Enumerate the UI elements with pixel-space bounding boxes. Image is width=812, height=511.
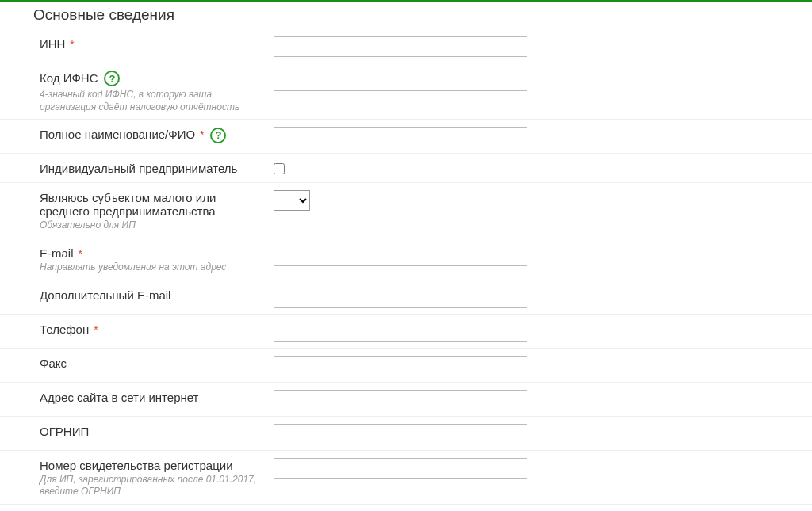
certnum-input[interactable] bbox=[274, 458, 527, 479]
help-icon[interactable]: ? bbox=[104, 71, 120, 86]
email-label: E-mail bbox=[40, 246, 74, 260]
field-row-email2: Дополнительный E-mail bbox=[0, 280, 812, 315]
sme-select[interactable] bbox=[274, 190, 310, 211]
fax-input[interactable] bbox=[274, 356, 527, 376]
field-row-email: E-mail * Направлять уведомления на этот … bbox=[0, 238, 812, 280]
help-icon[interactable]: ? bbox=[210, 128, 226, 143]
field-row-phone: Телефон * bbox=[0, 315, 812, 349]
certnum-label: Номер свидетельства регистрации bbox=[40, 459, 233, 472]
ip-label: Индивидуальный предприниматель bbox=[40, 162, 237, 175]
fullname-label: Полное наименование/ФИО bbox=[40, 128, 195, 141]
field-row-certdate: Дата свидетельства регистрации Для ИП, з… bbox=[0, 505, 812, 511]
phone-label: Телефон bbox=[40, 322, 89, 336]
field-row-ifns: Код ИФНС ? 4-значный код ИФНС, в которую… bbox=[0, 63, 812, 120]
website-label: Адрес сайта в сети интернет bbox=[40, 391, 199, 404]
sme-hint: Обязательно для ИП bbox=[40, 219, 266, 232]
required-marker: * bbox=[94, 323, 98, 336]
field-row-website: Адрес сайта в сети интернет bbox=[0, 383, 812, 417]
ogrnip-label: ОГРНИП bbox=[40, 425, 89, 438]
basic-info-section: Основные сведения ИНН * Код ИФНС ? 4-зна… bbox=[0, 2, 812, 511]
required-marker: * bbox=[70, 38, 74, 51]
email2-label: Дополнительный E-mail bbox=[40, 288, 170, 302]
required-marker: * bbox=[78, 247, 82, 260]
email2-input[interactable] bbox=[274, 288, 527, 308]
email-input[interactable] bbox=[274, 246, 527, 266]
sme-label: Являюсь субъектом малого или среднего пр… bbox=[40, 191, 216, 218]
ifns-label: Код ИФНС bbox=[40, 71, 98, 85]
ip-checkbox[interactable] bbox=[274, 163, 285, 174]
email-hint: Направлять уведомления на этот адрес bbox=[40, 261, 266, 274]
field-row-inn: ИНН * bbox=[0, 29, 812, 63]
fullname-input[interactable] bbox=[274, 127, 527, 147]
field-row-certnum: Номер свидетельства регистрации Для ИП, … bbox=[0, 451, 812, 505]
inn-label: ИНН bbox=[40, 37, 65, 51]
section-title-basic: Основные сведения bbox=[0, 2, 812, 29]
field-row-ip: Индивидуальный предприниматель bbox=[0, 154, 812, 183]
ogrnip-input[interactable] bbox=[274, 424, 527, 444]
field-row-fullname: Полное наименование/ФИО * ? bbox=[0, 120, 812, 154]
fax-label: Факс bbox=[40, 357, 67, 370]
ifns-hint: 4-значный код ИФНС, в которую ваша орган… bbox=[40, 89, 266, 113]
phone-input[interactable] bbox=[274, 322, 527, 342]
inn-input[interactable] bbox=[274, 36, 527, 57]
field-row-ogrnip: ОГРНИП bbox=[0, 417, 812, 451]
ifns-input[interactable] bbox=[274, 71, 527, 91]
field-row-sme: Являюсь субъектом малого или среднего пр… bbox=[0, 183, 812, 238]
certnum-hint: Для ИП, зарегистрированных после 01.01.2… bbox=[40, 474, 266, 498]
field-row-fax: Факс bbox=[0, 349, 812, 383]
required-marker: * bbox=[200, 128, 204, 141]
website-input[interactable] bbox=[274, 390, 527, 410]
